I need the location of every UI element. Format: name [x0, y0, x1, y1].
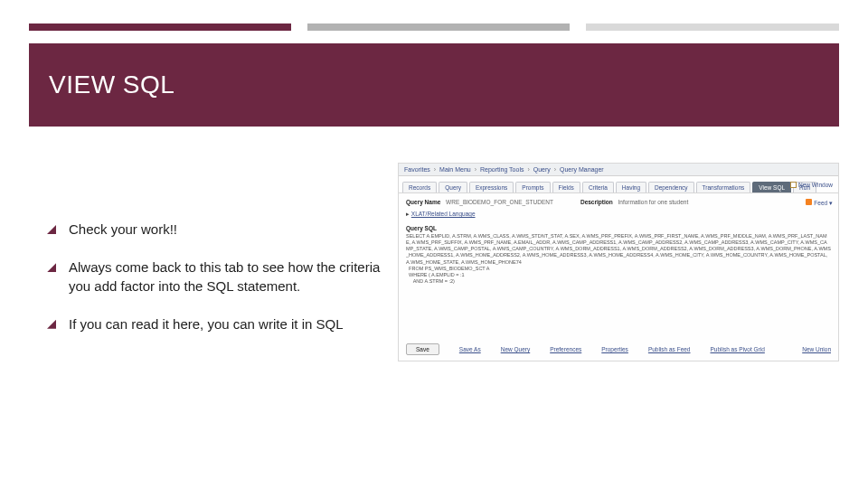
- link-new-query[interactable]: New Query: [501, 346, 531, 352]
- description-label: Description: [580, 199, 613, 205]
- xlat-link[interactable]: ▸ XLAT/Related Language: [399, 211, 838, 218]
- tab-criteria[interactable]: Criteria: [582, 182, 614, 192]
- crumb[interactable]: Favorites: [404, 166, 430, 173]
- query-name-value: WRE_BIODEMO_FOR_ONE_STUDENT: [446, 199, 553, 205]
- list-item: If you can read it here, you can write i…: [47, 315, 382, 333]
- bullet-text: Always come back to this tab to see how …: [69, 258, 382, 296]
- query-name-label: Query Name: [406, 199, 440, 205]
- link-new-union[interactable]: New Union: [802, 346, 831, 352]
- action-bar: Save Save As New Query Preferences Prope…: [406, 343, 831, 355]
- new-window-icon: [790, 182, 797, 188]
- tab-having[interactable]: Having: [616, 182, 646, 192]
- crumb[interactable]: Query Manager: [560, 166, 604, 173]
- query-sql-label: Query SQL: [399, 218, 838, 233]
- accent-segment-1: [29, 23, 291, 31]
- bullet-icon: [47, 263, 56, 272]
- title-bar: VIEW SQL: [29, 43, 839, 127]
- tab-view-sql[interactable]: View SQL: [752, 182, 791, 192]
- tab-row: Records Query Expressions Prompts Fields…: [399, 176, 838, 193]
- crumb[interactable]: Reporting Tools: [480, 166, 524, 173]
- link-publish-pivot[interactable]: Publish as Pivot Grid: [711, 346, 765, 352]
- tab-query[interactable]: Query: [439, 182, 467, 192]
- link-publish-feed[interactable]: Publish as Feed: [648, 346, 691, 352]
- tab-expressions[interactable]: Expressions: [469, 182, 514, 192]
- link-properties[interactable]: Properties: [601, 346, 628, 352]
- tab-records[interactable]: Records: [402, 182, 437, 192]
- crumb[interactable]: Main Menu: [439, 166, 471, 173]
- list-item: Always come back to this tab to see how …: [47, 258, 382, 296]
- feed-link[interactable]: Feed ▾: [806, 199, 833, 207]
- accent-segment-2: [307, 23, 570, 31]
- tab-transformations[interactable]: Transformations: [696, 182, 751, 192]
- list-item: Check your work!!: [47, 221, 382, 239]
- crumb[interactable]: Query: [533, 166, 551, 173]
- tab-dependency[interactable]: Dependency: [648, 182, 694, 192]
- description-value: Information for one student: [618, 199, 689, 205]
- breadcrumb: Favorites › Main Menu › Reporting Tools …: [399, 164, 838, 176]
- page-title: VIEW SQL: [49, 70, 175, 99]
- bullet-text: If you can read it here, you can write i…: [69, 315, 344, 333]
- link-save-as[interactable]: Save As: [459, 346, 481, 352]
- sql-text: SELECT A.EMPLID, A.STRM, A.WMS_CLASS, A.…: [399, 233, 838, 285]
- feed-icon: [806, 199, 812, 205]
- query-meta: Query Name WRE_BIODEMO_FOR_ONE_STUDENT D…: [399, 193, 838, 207]
- accent-segment-3: [586, 23, 839, 31]
- save-button[interactable]: Save: [406, 343, 439, 355]
- tab-fields[interactable]: Fields: [552, 182, 580, 192]
- tab-prompts[interactable]: Prompts: [515, 182, 550, 192]
- bullet-text: Check your work!!: [69, 221, 177, 239]
- new-window-link[interactable]: New Window: [790, 182, 833, 188]
- screenshot-panel: Favorites › Main Menu › Reporting Tools …: [398, 163, 839, 361]
- bullet-icon: [47, 225, 56, 234]
- content-area: Check your work!! Always come back to th…: [29, 163, 839, 361]
- link-preferences[interactable]: Preferences: [550, 346, 581, 352]
- bullet-list: Check your work!! Always come back to th…: [29, 163, 382, 361]
- bullet-icon: [47, 320, 56, 329]
